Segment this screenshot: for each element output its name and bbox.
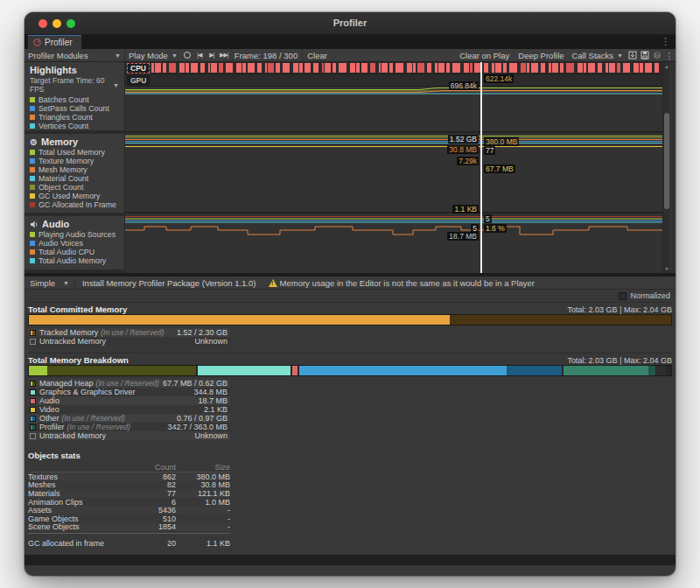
- call-stacks-dropdown[interactable]: Call Stacks ▼: [569, 49, 626, 61]
- line-plot: [125, 133, 662, 214]
- legend-row-untracked-memory[interactable]: Untracked MemoryUnknown: [28, 431, 230, 440]
- scroll-down-arrow-icon[interactable]: ▼: [663, 266, 670, 271]
- gpu-usage-row[interactable]: GPU: [125, 74, 662, 87]
- current-frame-button[interactable]: ▶▶|: [218, 49, 230, 61]
- module-counter-setpass-calls-count[interactable]: SetPass Calls Count: [24, 104, 124, 113]
- install-memory-profiler-button[interactable]: Install Memory Profiler Package (Version…: [75, 278, 263, 288]
- module-counter-gc-used-memory[interactable]: GC Used Memory: [24, 192, 124, 200]
- segment-untracked[interactable]: [656, 366, 667, 375]
- cpu-activity-bar: [339, 63, 346, 73]
- module-counter-gc-allocated-in-frame[interactable]: GC Allocated In Frame: [24, 200, 124, 209]
- module-counter-mesh-memory[interactable]: Mesh Memory: [24, 165, 124, 174]
- tab-label: Profiler: [45, 38, 73, 47]
- segment-other-used[interactable]: [299, 366, 507, 375]
- segment-profiler-used[interactable]: [564, 366, 649, 375]
- module-header-audio[interactable]: Audio: [24, 216, 124, 230]
- highlights-chart-lane[interactable]: [125, 87, 662, 133]
- counter-label: Vertices Count: [38, 122, 88, 130]
- cpu-activity-bar: [464, 63, 469, 73]
- previous-frame-button[interactable]: |◀: [193, 49, 206, 61]
- legend-row-other[interactable]: Other(In use / Reserved)0.76 / 0.97 GB: [28, 414, 230, 423]
- counter-color-swatch: [30, 158, 35, 164]
- legend-label: Graphics & Graphics Driver: [39, 388, 136, 396]
- module-counter-playing-audio-sources[interactable]: Playing Audio Sources: [24, 230, 124, 239]
- module-counter-total-audio-memory[interactable]: Total Audio Memory: [24, 256, 124, 265]
- legend-row-graphics-graphics-driver[interactable]: Graphics & Graphics Driver344.8 MB: [28, 388, 230, 396]
- cpu-activity-bar: [382, 63, 388, 73]
- deep-profile-toggle[interactable]: Deep Profile: [514, 49, 568, 61]
- objects-row-materials[interactable]: Materials77121.1 KB: [28, 489, 230, 498]
- profiler-modules-dropdown[interactable]: Profiler Modules ▼: [24, 49, 125, 61]
- save-profile-button[interactable]: [639, 49, 651, 61]
- segment-managed-heap-used[interactable]: [29, 366, 47, 375]
- object-size-value: 30.8 MB: [176, 480, 230, 489]
- legend-row-untracked-memory[interactable]: Untracked MemoryUnknown: [28, 337, 230, 346]
- module-header-memory[interactable]: ⚙Memory: [24, 134, 124, 148]
- cpu-activity-bar: [186, 63, 188, 73]
- committed-memory-bar[interactable]: [28, 314, 672, 326]
- legend-row-profiler[interactable]: Profiler(In use / Reserved)342.7 / 363.0…: [28, 423, 230, 431]
- module-counter-triangles-count[interactable]: Triangles Count: [24, 113, 124, 122]
- legend-row-video[interactable]: Video2.1 KB: [28, 405, 230, 414]
- clear-button[interactable]: Clear: [303, 49, 332, 61]
- detail-toolbar: Simple ▼ Install Memory Profiler Package…: [24, 276, 676, 290]
- segment-other-reserved[interactable]: [507, 366, 561, 375]
- load-profile-button[interactable]: [626, 49, 639, 61]
- module-counter-object-count[interactable]: Object Count: [24, 183, 124, 192]
- legend-row-audio[interactable]: Audio18.7 MB: [28, 396, 230, 405]
- normalized-checkbox[interactable]: [619, 292, 626, 300]
- clear-on-play-toggle[interactable]: Clear on Play: [455, 49, 514, 61]
- module-counter-audio-voices[interactable]: Audio Voices: [24, 239, 124, 248]
- help-button[interactable]: ?: [651, 49, 663, 61]
- segment-graphics[interactable]: [198, 366, 290, 375]
- next-frame-button[interactable]: ▶|: [206, 49, 218, 61]
- play-mode-dropdown[interactable]: Play Mode ▼: [125, 49, 181, 61]
- cpu-activity-bar: [350, 63, 355, 73]
- cpu-activity-bar: [219, 63, 222, 73]
- cpu-chip[interactable]: CPU: [127, 63, 150, 74]
- objects-row-assets[interactable]: Assets5436-: [28, 506, 230, 514]
- cpu-activity-bar: [299, 63, 302, 73]
- audio-chart-lane[interactable]: [125, 214, 662, 271]
- objects-row-animation-clips[interactable]: Animation Clips61.0 MB: [28, 498, 230, 507]
- cpu-activity-bar: [276, 63, 279, 73]
- memory-chart-lane[interactable]: [125, 133, 662, 214]
- gpu-chip[interactable]: GPU: [127, 75, 150, 86]
- objects-row-scene-objects[interactable]: Scene Objects1854-: [28, 523, 230, 532]
- profiler-window: Profiler Profiler ⋮ Profiler Modules ▼ P…: [24, 12, 676, 576]
- segment-managed-heap-reserved[interactable]: [47, 366, 196, 375]
- module-counter-batches-count[interactable]: Batches Count: [24, 95, 124, 104]
- module-counter-total-used-memory[interactable]: Total Used Memory: [24, 148, 124, 157]
- module-counter-material-count[interactable]: Material Count: [24, 174, 124, 183]
- module-counter-texture-memory[interactable]: Texture Memory: [24, 157, 124, 165]
- objects-row-game-objects[interactable]: Game Objects510-: [28, 514, 230, 523]
- detail-view-mode-dropdown[interactable]: Simple ▼: [24, 276, 75, 289]
- segment-profiler-reserved[interactable]: [648, 366, 654, 375]
- counter-color-swatch: [30, 193, 35, 199]
- tab-menu-kebab-icon[interactable]: ⋮: [661, 36, 670, 47]
- module-counter-total-audio-cpu[interactable]: Total Audio CPU: [24, 248, 124, 256]
- chart-vertical-scrollbar[interactable]: ▲ ▼: [662, 62, 669, 273]
- view-mode-label: Simple: [30, 278, 55, 288]
- legend-row-tracked-memory[interactable]: Tracked Memory(In use / Reserved)1.52 / …: [28, 328, 230, 337]
- cpu-activity-bar: [470, 63, 472, 73]
- chart-area[interactable]: CPU GPU 622.14k696.84k1.52 GB380.0 MB30.…: [125, 62, 662, 273]
- cpu-activity-bar: [531, 63, 538, 73]
- target-frame-time-dropdown[interactable]: Target Frame Time: 60 FPS▼: [24, 76, 124, 95]
- record-button[interactable]: [181, 49, 193, 61]
- toolbar-menu-kebab-icon[interactable]: ⋮: [663, 49, 676, 61]
- cpu-activity-bar: [226, 63, 234, 73]
- objects-row-textures[interactable]: Textures862380.0 MB: [28, 472, 230, 481]
- scrollbar-thumb[interactable]: [664, 113, 669, 209]
- tab-profiler[interactable]: Profiler: [28, 35, 81, 49]
- module-header-highlights[interactable]: Highlights: [24, 62, 124, 76]
- segment-audio[interactable]: [292, 366, 298, 375]
- selected-frame-playhead[interactable]: [480, 62, 482, 273]
- objects-row-meshes[interactable]: Meshes8230.8 MB: [28, 481, 230, 490]
- cpu-activity-bar: [191, 63, 198, 73]
- module-counter-vertices-count[interactable]: Vertices Count: [24, 122, 124, 130]
- scroll-up-arrow-icon[interactable]: ▲: [663, 64, 670, 69]
- cpu-usage-row[interactable]: CPU: [125, 62, 662, 74]
- legend-row-managed-heap[interactable]: Managed Heap(In use / Reserved)67.7 MB /…: [28, 379, 230, 388]
- memory-breakdown-bar[interactable]: [28, 365, 672, 376]
